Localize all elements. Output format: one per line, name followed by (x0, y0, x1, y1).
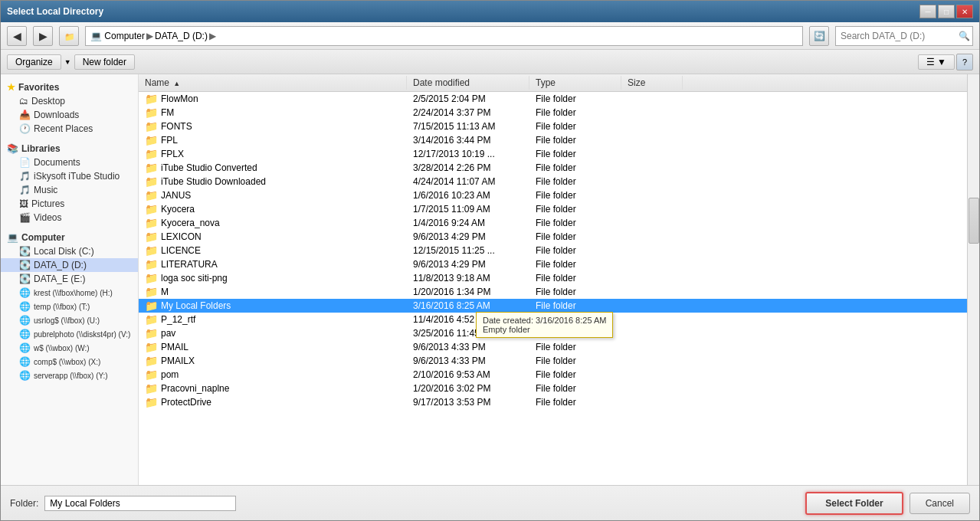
file-row[interactable]: 📁 PMAILX 9/6/2013 4:33 PM File folder (139, 354, 979, 368)
sidebar-item-x[interactable]: 🌐 comp$ (\\wbox) (X:) (1, 355, 138, 369)
col-name-header[interactable]: Name ▲ (139, 76, 407, 90)
back-button[interactable]: ◀ (7, 26, 27, 46)
disk-e-icon: 💽 (19, 274, 31, 284)
file-row[interactable]: 📁 LEXICON 9/6/2013 4:29 PM File folder (139, 230, 979, 244)
file-row[interactable]: 📁 FONTS 7/15/2015 11:13 AM File folder (139, 120, 979, 133)
sidebar-item-videos[interactable]: 🎬 Videos (1, 211, 138, 224)
sidebar-item-h[interactable]: 🌐 krest (\\fbox\home) (H:) (1, 286, 138, 300)
address-path: 💻 Computer ▶ DATA_D (D:) ▶ (90, 31, 216, 41)
search-input[interactable] (841, 31, 955, 41)
file-name: 📁 FPLX (139, 148, 407, 160)
file-row[interactable]: 📁 LICENCE 12/15/2015 11:25 ... File fold… (139, 244, 979, 257)
file-row[interactable]: 📁 PMAIL 9/6/2013 4:33 PM File folder (139, 340, 979, 354)
sidebar-item-t[interactable]: 🌐 temp (\\fbox) (T:) (1, 300, 138, 313)
help-button[interactable]: ? (956, 54, 973, 70)
sidebar-item-u[interactable]: 🌐 usrlog$ (\\fbox) (U:) (1, 313, 138, 327)
file-name: 📁 LICENCE (139, 244, 407, 257)
up-button[interactable]: 📁 (59, 26, 79, 46)
file-row[interactable]: 📁 FlowMon 2/5/2015 2:04 PM File folder (139, 92, 979, 106)
file-type: File folder (529, 287, 621, 297)
sidebar-item-itube[interactable]: 🎵 iSkysoft iTube Studio (1, 169, 138, 183)
file-name: 📁 ProtectDrive (139, 396, 407, 408)
sidebar-item-w[interactable]: 🌐 w$ (\\wbox) (W:) (1, 341, 138, 355)
file-type: File folder (529, 162, 621, 173)
maximize-button[interactable]: □ (938, 5, 955, 18)
sidebar-item-documents[interactable]: 📄 Documents (1, 156, 138, 169)
close-button[interactable]: ✕ (956, 5, 973, 18)
file-name: 📁 FONTS (139, 120, 407, 133)
downloads-icon: 📥 (19, 110, 31, 120)
select-folder-button[interactable]: Select Folder (805, 492, 903, 515)
folder-icon: 📁 (145, 272, 158, 284)
sidebar-item-e[interactable]: 💽 DATA_E (E:) (1, 272, 138, 286)
file-type: File folder (529, 245, 621, 256)
recent-icon: 🕐 (19, 123, 31, 134)
libraries-icon: 📚 (7, 143, 18, 154)
file-row[interactable]: 📁 JANUS 1/6/2016 10:23 AM File folder (139, 188, 979, 202)
file-date: 9/6/2013 4:29 PM (407, 231, 529, 242)
sort-arrow-icon: ▲ (173, 80, 180, 87)
organize-button[interactable]: Organize (7, 54, 61, 70)
scroll-thumb[interactable] (969, 198, 979, 244)
itube-label: iSkysoft iTube Studio (34, 171, 120, 182)
file-type: File folder (529, 259, 621, 270)
videos-label: Videos (34, 212, 61, 223)
sidebar-item-downloads[interactable]: 📥 Downloads (1, 108, 138, 122)
refresh-button[interactable]: 🔄 (809, 26, 829, 46)
file-date: 9/6/2013 4:29 PM (407, 259, 529, 270)
file-row[interactable]: 📁 loga soc siti-png 11/8/2013 9:18 AM Fi… (139, 271, 979, 285)
sidebar-item-music[interactable]: 🎵 Music (1, 183, 138, 197)
sidebar-item-desktop[interactable]: 🗂 Desktop (1, 94, 138, 108)
main-scrollbar[interactable] (967, 74, 979, 485)
address-bar[interactable]: 💻 Computer ▶ DATA_D (D:) ▶ (85, 26, 803, 46)
col-date-header[interactable]: Date modified (407, 76, 529, 90)
file-type: File folder (529, 218, 621, 228)
file-name: 📁 Kyocera_nova (139, 217, 407, 229)
search-bar[interactable]: 🔍 (835, 26, 973, 46)
file-row[interactable]: 📁 Pracovni_naplne 1/20/2016 3:02 PM File… (139, 382, 979, 395)
file-name: 📁 PMAILX (139, 355, 407, 367)
sidebar-item-y[interactable]: 🌐 serverapp (\\fbox) (Y:) (1, 369, 138, 382)
sidebar-item-v[interactable]: 🌐 pubrelphoto (\\diskst4pr) (V:) (1, 327, 138, 341)
file-row[interactable]: 📁 iTube Studio Downloaded 4/24/2014 11:0… (139, 175, 979, 188)
file-row[interactable]: 📁 Kyocera_nova 1/4/2016 9:24 AM File fol… (139, 216, 979, 230)
content-area: ★ Favorites 🗂 Desktop 📥 Downloads 🕐 Rece… (1, 74, 979, 485)
net-w-label: w$ (\\wbox) (W:) (34, 344, 90, 352)
folder-icon: 📁 (145, 148, 158, 160)
file-list[interactable]: 📁 FlowMon 2/5/2015 2:04 PM File folder 📁… (139, 92, 979, 485)
file-date: 2/24/2014 3:37 PM (407, 107, 529, 118)
file-row[interactable]: 📁 M 1/20/2016 1:34 PM File folder (139, 285, 979, 299)
sidebar-item-pictures[interactable]: 🖼 Pictures (1, 197, 138, 211)
view-button[interactable]: ☰ ▼ (918, 54, 955, 70)
col-size-header[interactable]: Size (621, 76, 683, 90)
computer-label: Computer (21, 232, 65, 243)
folder-icon: 📁 (145, 300, 158, 312)
file-name: 📁 PMAIL (139, 341, 407, 353)
path-computer: 💻 Computer (90, 31, 145, 41)
cancel-button[interactable]: Cancel (910, 493, 970, 514)
folder-icon: 📁 (145, 396, 158, 408)
file-name: 📁 pav (139, 327, 407, 339)
file-row[interactable]: 📁 FPLX 12/17/2013 10:19 ... File folder (139, 147, 979, 161)
footer: Folder: Select Folder Cancel (1, 485, 979, 520)
col-type-header[interactable]: Type (529, 76, 621, 90)
folder-icon: 📁 (145, 286, 158, 298)
new-folder-button[interactable]: New folder (74, 54, 135, 70)
file-row[interactable]: 📁 LITERATURA 9/6/2013 4:29 PM File folde… (139, 257, 979, 271)
minimize-button[interactable]: ─ (919, 5, 936, 18)
sidebar-item-recent[interactable]: 🕐 Recent Places (1, 122, 138, 136)
tooltip-line1: Date created: 3/16/2016 8:25 AM (483, 316, 606, 325)
file-row[interactable]: 📁 pom 2/10/2016 9:53 AM File folder (139, 368, 979, 382)
file-date: 2/10/2016 9:53 AM (407, 369, 529, 380)
file-row[interactable]: 📁 Kyocera 1/7/2015 11:09 AM File folder (139, 202, 979, 216)
forward-button[interactable]: ▶ (33, 26, 53, 46)
sidebar-item-d[interactable]: 💽 DATA_D (D:) (1, 258, 138, 272)
file-row[interactable]: 📁 My Local Folders 3/16/2016 8:25 AM Fil… (139, 299, 979, 313)
sidebar-item-c[interactable]: 💽 Local Disk (C:) (1, 244, 138, 258)
folder-value-input[interactable] (44, 496, 236, 511)
file-row[interactable]: 📁 ProtectDrive 9/17/2013 3:53 PM File fo… (139, 395, 979, 409)
file-row[interactable]: 📁 FM 2/24/2014 3:37 PM File folder (139, 106, 979, 120)
file-row[interactable]: 📁 iTube Studio Converted 3/28/2014 2:26 … (139, 161, 979, 175)
file-row[interactable]: 📁 FPL 3/14/2016 3:44 PM File folder (139, 133, 979, 147)
file-type: File folder (529, 231, 621, 242)
